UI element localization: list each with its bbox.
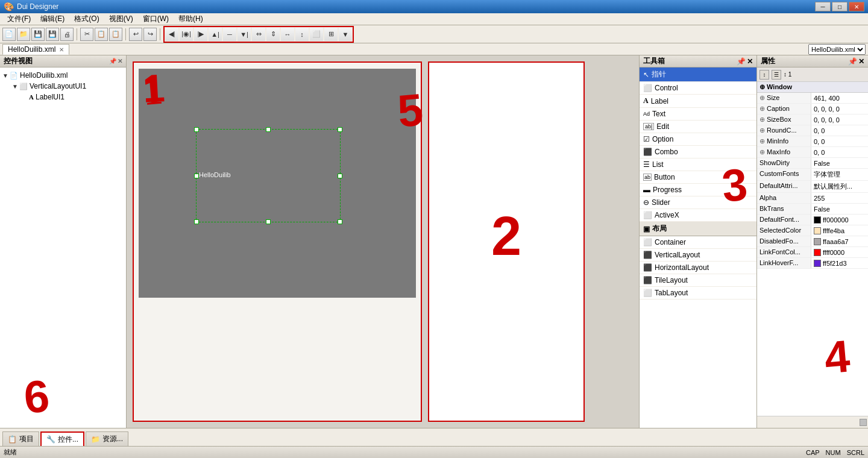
toolbar-same-h[interactable]: ↕ xyxy=(295,28,309,41)
props-pin-icon[interactable]: 📌 xyxy=(848,57,857,66)
bottom-tab-project[interactable]: 📋 项目 xyxy=(2,431,39,446)
bottom-tab-resources[interactable]: 📁 资源... xyxy=(86,431,128,446)
prop-row-bktrans[interactable]: BkTrans False xyxy=(757,204,868,215)
tree-item-label[interactable]: ▶ A LabelUI1 xyxy=(2,92,124,102)
menu-file[interactable]: 文件(F) xyxy=(2,13,36,25)
menu-window[interactable]: 窗口(W) xyxy=(138,13,174,25)
toolbar-align-bottom[interactable]: ▼| xyxy=(237,28,251,41)
menu-format[interactable]: 格式(O) xyxy=(69,13,104,25)
toolbar-copy[interactable]: 📋 xyxy=(95,28,108,41)
toolbox-item-tile[interactable]: ⬛ TileLayout xyxy=(640,274,756,287)
toolbox-item-progress[interactable]: ▬ Progress xyxy=(640,184,756,196)
toolbar-cut[interactable]: ✂ xyxy=(80,28,93,41)
toolbar-align-center[interactable]: |◉| xyxy=(180,28,193,41)
prop-row-defaultfont[interactable]: DefaultFont... ff000000 xyxy=(757,215,868,225)
menu-edit[interactable]: 编辑(E) xyxy=(36,13,69,25)
props-section-expand[interactable]: ⊕ xyxy=(760,83,767,90)
toolbar-more[interactable]: ▼ xyxy=(339,28,352,41)
toolbar-same-w[interactable]: ↔ xyxy=(281,28,294,41)
tree-toggle-layout[interactable]: ▼ xyxy=(12,83,19,90)
props-sort-cat[interactable]: ☰ xyxy=(772,70,781,80)
toolbox-item-pointer[interactable]: ↖ 指针 xyxy=(640,67,756,82)
pin-icon[interactable]: 📌 xyxy=(109,58,116,64)
handle-ml[interactable] xyxy=(194,174,199,178)
toolbox-item-list[interactable]: ☰ List xyxy=(640,158,756,171)
props-sort-az[interactable]: ↕ xyxy=(760,70,769,80)
prop-row-mininfo[interactable]: ⊕ MinInfo 0, 0 xyxy=(757,136,868,147)
handle-br[interactable] xyxy=(338,219,342,224)
toolbox-item-edit[interactable]: ab| Edit xyxy=(640,121,756,133)
handle-mr[interactable] xyxy=(338,174,342,178)
maximize-button[interactable]: □ xyxy=(832,2,848,11)
toolbar-open[interactable]: 📁 xyxy=(17,28,30,41)
tree-toggle-root[interactable]: ▼ xyxy=(2,72,10,79)
toolbar-dist-v[interactable]: ⇕ xyxy=(266,28,280,41)
toolbox-item-combo[interactable]: ⬛ Combo xyxy=(640,146,756,158)
tree-item-root[interactable]: ▼ 📄 HelloDuilib.xml xyxy=(2,70,124,81)
toolbar-new[interactable]: 📄 xyxy=(2,28,16,41)
toolbox-item-slider[interactable]: ⊖ Slider xyxy=(640,196,756,209)
prop-row-linkhoverf[interactable]: LinkHoverF... ff5f21d3 xyxy=(757,258,868,269)
expand-icon-mininfo[interactable]: ⊕ xyxy=(760,137,767,145)
menu-view[interactable]: 视图(V) xyxy=(104,13,138,25)
toolbar-save[interactable]: 💾 xyxy=(31,28,45,41)
toolbox-item-text[interactable]: Ad Text xyxy=(640,108,756,121)
selected-control[interactable]: HelloDuilib xyxy=(196,129,341,222)
toolbar-paste[interactable]: 📋 xyxy=(109,28,122,41)
toolbar-redo[interactable]: ↪ xyxy=(143,28,157,41)
toolbar-grid[interactable]: ⊞ xyxy=(324,28,338,41)
toolbox-item-activex[interactable]: ⬜ ActiveX xyxy=(640,209,756,222)
prop-row-selectedcolor[interactable]: SelectedColor ffffe4ba xyxy=(757,225,868,236)
tree-item-layout[interactable]: ▼ ⬜ VerticalLayoutUI1 xyxy=(2,81,124,92)
toolbox-item-option[interactable]: ☑ Option xyxy=(640,133,756,146)
prop-row-caption[interactable]: ⊕ Caption 0, 0, 0, 0 xyxy=(757,104,868,114)
handle-tl[interactable] xyxy=(194,127,199,132)
expand-icon-caption[interactable]: ⊕ xyxy=(760,105,767,112)
prop-row-size[interactable]: ⊕ Size 461, 400 xyxy=(757,93,868,104)
handle-tc[interactable] xyxy=(266,127,271,132)
design-canvas[interactable]: 1 HelloDuilib xyxy=(133,61,422,422)
prop-row-sizebox[interactable]: ⊕ SizeBox 0, 0, 0, 0 xyxy=(757,114,868,125)
handle-tr[interactable] xyxy=(338,127,342,132)
props-close-icon[interactable]: ✕ xyxy=(858,57,864,66)
toolbar-align-right[interactable]: |▶ xyxy=(194,28,207,41)
tab-helloduilib[interactable]: HelloDuilib.xml ✕ xyxy=(2,44,69,55)
toolbar-print[interactable]: 🖨 xyxy=(60,28,74,41)
toolbar-align-top[interactable]: ▲| xyxy=(209,28,222,41)
prop-row-customfonts[interactable]: CustomFonts 字体管理 xyxy=(757,169,868,181)
prop-row-linkfontcol[interactable]: LinkFontCol... ffff0000 xyxy=(757,247,868,258)
toolbox-item-button[interactable]: ab Button xyxy=(640,171,756,184)
expand-icon-roundc[interactable]: ⊕ xyxy=(760,127,767,134)
tab-close-icon[interactable]: ✕ xyxy=(59,46,64,53)
toolbox-item-vertical[interactable]: ⬛ VerticalLayout xyxy=(640,249,756,262)
minimize-button[interactable]: ─ xyxy=(815,2,831,11)
toolbox-item-container[interactable]: ⬜ Container xyxy=(640,236,756,249)
expand-icon-sizebox[interactable]: ⊕ xyxy=(760,116,767,123)
props-scroll-thumb[interactable] xyxy=(860,419,867,426)
toolbar-dist-h[interactable]: ⇔ xyxy=(252,28,265,41)
prop-row-alpha[interactable]: Alpha 255 xyxy=(757,193,868,204)
close-button[interactable]: ✕ xyxy=(849,2,864,11)
toolbox-item-control[interactable]: ⬜ Control xyxy=(640,82,756,95)
expand-icon-maxinfo[interactable]: ⊕ xyxy=(760,148,767,155)
toolbar-same-wh[interactable]: ⬜ xyxy=(310,28,323,41)
tab-dropdown[interactable]: HelloDuilib.xml xyxy=(808,44,866,55)
prop-row-defaultattr[interactable]: DefaultAttri... 默认属性列... xyxy=(757,181,868,193)
toolbar-align-middle[interactable]: ─ xyxy=(223,28,236,41)
toolbox-item-label[interactable]: A Label xyxy=(640,95,756,108)
toolbox-pin-icon[interactable]: 📌 xyxy=(737,57,746,66)
toolbar-saveas[interactable]: 💾 xyxy=(46,28,59,41)
tree-toggle-label[interactable]: ▶ xyxy=(22,94,29,101)
expand-icon-size[interactable]: ⊕ xyxy=(760,94,767,101)
toolbar-undo[interactable]: ↩ xyxy=(129,28,142,41)
prop-row-roundc[interactable]: ⊕ RoundC... 0, 0 xyxy=(757,125,868,136)
menu-help[interactable]: 帮助(H) xyxy=(174,13,208,25)
toolbar-align-left[interactable]: ◀| xyxy=(165,28,178,41)
panel-header-close[interactable]: ✕ xyxy=(118,58,122,64)
bottom-tab-controls[interactable]: 🔧 控件... xyxy=(40,431,84,446)
prop-row-disabledfo[interactable]: DisabledFo... ffaaa6a7 xyxy=(757,236,868,247)
toolbox-item-horizontal[interactable]: ⬛ HorizontalLayout xyxy=(640,262,756,274)
handle-bl[interactable] xyxy=(194,219,199,224)
toolbox-close-icon[interactable]: ✕ xyxy=(747,57,753,66)
prop-row-showdirty[interactable]: ShowDirty False xyxy=(757,158,868,169)
